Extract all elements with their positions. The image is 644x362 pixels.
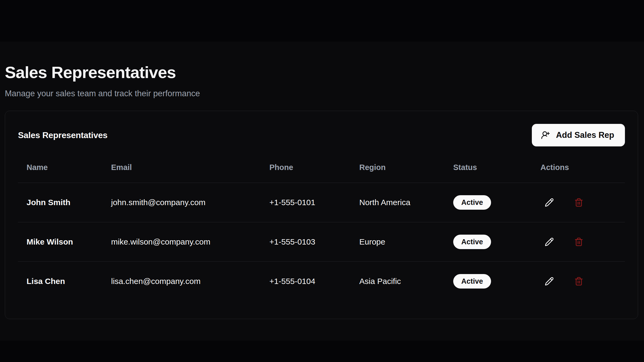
rep-actions-cell	[532, 183, 625, 222]
delete-button[interactable]	[573, 275, 585, 287]
add-sales-rep-button[interactable]: Add Sales Rep	[532, 124, 625, 146]
page-container: Sales Representatives Manage your sales …	[0, 42, 644, 319]
table-row: John Smith john.smith@company.com +1-555…	[18, 183, 625, 222]
pencil-icon	[545, 237, 554, 246]
edit-button[interactable]	[543, 236, 555, 248]
rep-phone: +1-555-0101	[261, 183, 351, 222]
rep-name: Mike Wilson	[18, 222, 103, 262]
column-header-email: Email	[103, 157, 261, 183]
table-row: Mike Wilson mike.wilson@company.com +1-5…	[18, 222, 625, 262]
pencil-icon	[545, 277, 554, 286]
user-plus-icon	[541, 131, 550, 140]
column-header-status: Status	[445, 157, 532, 183]
rep-region: Asia Pacific	[351, 262, 445, 301]
page-subtitle: Manage your sales team and track their p…	[5, 88, 639, 99]
card-header: Sales Representatives Add Sales Rep	[18, 124, 625, 146]
card-title: Sales Representatives	[18, 130, 107, 140]
rep-name: Lisa Chen	[18, 262, 103, 301]
rep-status-cell: Active	[445, 222, 532, 262]
column-header-region: Region	[351, 157, 445, 183]
trash-icon	[574, 277, 583, 286]
add-sales-rep-button-label: Add Sales Rep	[556, 130, 614, 140]
edit-button[interactable]	[543, 275, 555, 287]
rep-email: mike.wilson@company.com	[103, 222, 261, 262]
status-badge: Active	[453, 195, 491, 210]
table-header-row: NameEmailPhoneRegionStatusActions	[18, 157, 625, 183]
rep-status-cell: Active	[445, 183, 532, 222]
rep-region: North America	[351, 183, 445, 222]
table-body: John Smith john.smith@company.com +1-555…	[18, 183, 625, 301]
rep-actions-cell	[532, 222, 625, 262]
sales-reps-table: NameEmailPhoneRegionStatusActions John S…	[18, 157, 625, 301]
rep-name: John Smith	[18, 183, 103, 222]
sales-reps-card: Sales Representatives Add Sales Rep	[5, 111, 638, 319]
rep-email: john.smith@company.com	[103, 183, 261, 222]
rep-region: Europe	[351, 222, 445, 262]
status-badge: Active	[453, 235, 491, 249]
rep-phone: +1-555-0103	[261, 222, 351, 262]
column-header-phone: Phone	[261, 157, 351, 183]
edit-button[interactable]	[543, 196, 555, 209]
rep-email: lisa.chen@company.com	[103, 262, 261, 301]
delete-button[interactable]	[573, 196, 585, 209]
pencil-icon	[545, 198, 554, 207]
rep-status-cell: Active	[445, 262, 532, 301]
trash-icon	[574, 237, 583, 246]
page-title: Sales Representatives	[5, 62, 639, 82]
trash-icon	[574, 198, 583, 207]
table-row: Lisa Chen lisa.chen@company.com +1-555-0…	[18, 262, 625, 301]
column-header-name: Name	[18, 157, 103, 183]
rep-phone: +1-555-0104	[261, 262, 351, 301]
delete-button[interactable]	[573, 236, 585, 248]
rep-actions-cell	[532, 262, 625, 301]
column-header-actions: Actions	[532, 157, 625, 183]
status-badge: Active	[453, 274, 491, 289]
